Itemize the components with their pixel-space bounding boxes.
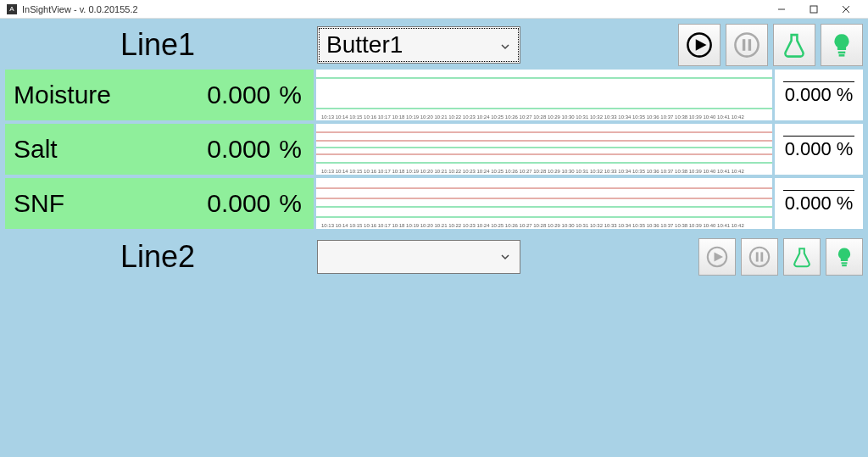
param-right-value: 0.000 % (775, 70, 863, 120)
app-body: Line1 Butter1 Moisture 0.000 (0, 19, 868, 457)
line2-bulb-button[interactable] (826, 238, 863, 276)
line1-lab-button[interactable] (773, 24, 815, 66)
param-value: 0.000 % (144, 178, 314, 229)
svg-point-24 (750, 248, 769, 266)
line2-title: Line2 (5, 239, 310, 275)
window-title: InSightView - v. 0.0.20155.2 (22, 4, 138, 14)
app-icon: A (7, 4, 17, 14)
param-label: Salt (5, 124, 144, 175)
param-label: SNF (5, 178, 144, 229)
svg-marker-5 (696, 39, 707, 51)
svg-rect-8 (748, 39, 751, 51)
svg-marker-23 (715, 252, 724, 261)
chart-salt: 10:13 10:14 10:15 10:16 10:17 10:18 10:1… (315, 124, 773, 175)
svg-rect-10 (839, 54, 845, 57)
chart-axis-times: 10:13 10:14 10:15 10:16 10:17 10:18 10:1… (321, 223, 771, 228)
line2-play-button[interactable] (698, 238, 736, 276)
chart-moisture: 10:13 10:14 10:15 10:16 10:17 10:18 10:1… (315, 70, 773, 120)
line1-product-dropdown[interactable]: Butter1 (317, 26, 520, 64)
line1-play-button[interactable] (678, 24, 721, 66)
svg-rect-7 (743, 39, 745, 51)
line1-title: Line1 (5, 27, 310, 63)
param-row-moisture: Moisture 0.000 % 10:13 10:14 10:15 10:16… (5, 70, 863, 120)
svg-rect-27 (842, 262, 848, 264)
svg-rect-1 (810, 6, 817, 13)
param-label: Moisture (5, 70, 144, 120)
svg-rect-9 (838, 52, 846, 54)
value-number: 0.000 (207, 189, 270, 218)
chevron-down-icon (499, 246, 511, 268)
value-unit: % (279, 135, 302, 164)
chevron-down-icon (499, 31, 511, 59)
svg-rect-26 (760, 252, 763, 261)
param-right-value: 0.000 % (775, 178, 863, 229)
line2-lab-button[interactable] (783, 238, 821, 276)
line1-pause-button[interactable] (726, 24, 768, 66)
svg-rect-28 (842, 265, 847, 266)
value-unit: % (279, 189, 302, 218)
window-maximize-button[interactable] (798, 0, 829, 19)
param-row-salt: Salt 0.000 % 10:13 10:14 10:15 10:16 10:… (5, 124, 863, 175)
line2-controls (698, 238, 863, 276)
param-row-snf: SNF 0.000 % 10:13 10:14 10:15 10:16 10:1… (5, 178, 863, 229)
line2-product-dropdown[interactable] (317, 240, 520, 274)
value-number: 0.000 (207, 135, 270, 164)
line1-product-value: Butter1 (326, 31, 403, 59)
window-minimize-button[interactable] (766, 0, 797, 19)
line2-header: Line2 (5, 234, 863, 280)
window-close-button[interactable] (831, 0, 861, 19)
window-titlebar: A InSightView - v. 0.0.20155.2 (0, 0, 868, 19)
line1-controls (678, 24, 863, 66)
param-value: 0.000 % (144, 70, 314, 120)
svg-point-6 (735, 33, 758, 56)
chart-axis-times: 10:13 10:14 10:15 10:16 10:17 10:18 10:1… (321, 169, 771, 174)
line1-header: Line1 Butter1 (5, 22, 863, 68)
chart-axis-times: 10:13 10:14 10:15 10:16 10:17 10:18 10:1… (321, 114, 771, 120)
line1-bulb-button[interactable] (821, 24, 863, 66)
value-number: 0.000 (207, 81, 270, 109)
svg-rect-25 (756, 252, 759, 261)
param-right-value: 0.000 % (775, 124, 863, 175)
param-value: 0.000 % (144, 124, 314, 175)
chart-snf: 10:13 10:14 10:15 10:16 10:17 10:18 10:1… (315, 178, 773, 229)
line2-pause-button[interactable] (741, 238, 778, 276)
value-unit: % (279, 81, 302, 109)
